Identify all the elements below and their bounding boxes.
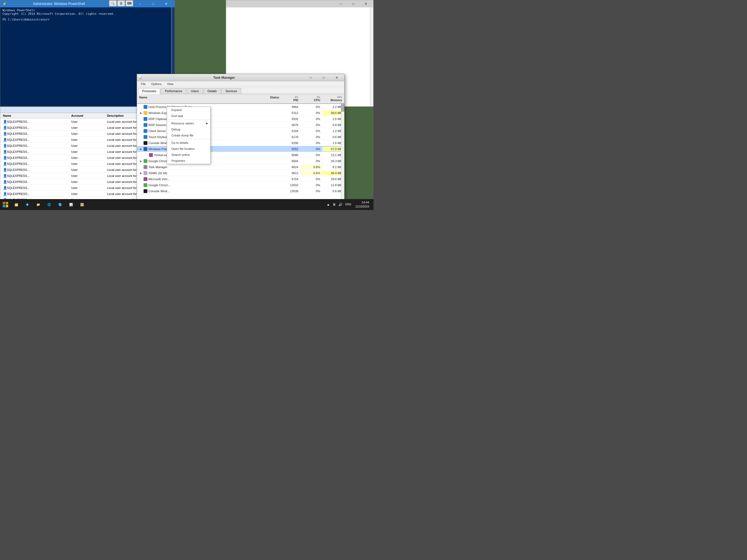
context-menu-item[interactable]: Resource values [167,120,210,126]
mmc-cell-account: User [70,132,106,136]
tm-cell-status [254,190,281,192]
bg-close[interactable]: ✕ [360,0,372,7]
tm-col-pid-label: PID [293,98,298,102]
tm-menu-file[interactable]: File [138,82,149,86]
mmc-cell-name: 👤 SQLEXPRESS... [1,137,70,142]
tm-menu-view[interactable]: View [164,82,176,86]
expand-btn[interactable]: ▶ [139,147,143,151]
mmc-cell-account: User [70,120,106,124]
tm-titlebar[interactable]: 📊 Task Manager ─ □ ✕ [137,74,344,81]
taskbar-photo-app[interactable]: 🖼️ [77,199,87,210]
taskbar-ie-app[interactable]: 🌎 [55,199,66,210]
tm-cell-cpu: 0% [301,135,323,139]
expand-btn[interactable]: ▶ [139,111,143,114]
tab-performance[interactable]: Performance [161,88,186,94]
tm-tabs: Processes Performance Users Details Serv… [137,87,344,94]
tm-maximize[interactable]: □ [317,74,330,81]
process-icon-console [144,141,147,145]
process-icon-blue-sq [144,123,147,127]
person-icon: 👤 [3,162,7,166]
tm-process-row[interactable]: Task Manager 8624 0.8% 8.2 MB [137,164,344,170]
ps-window-controls: 🔍 ☰ ⌨ ─ □ ✕ [109,0,173,7]
taskbar-file-explorer-pin[interactable]: 🗂️ [11,199,22,210]
mmc-cell-account: User [70,192,106,196]
tm-cell-name: ▶ SSMS (32 bit) [137,171,254,176]
tm-process-row[interactable]: Microsoft.VsH... 9724 0% 29.6 MB [137,176,344,182]
bg-scrollbar[interactable] [370,7,373,106]
tm-cell-cpu: 0% [301,189,323,193]
tab-processes[interactable]: Processes [138,88,160,94]
mmc-cell-account: User [70,150,106,154]
tm-header-row: Name Status 2% PID 2% CPU 29% Memory [137,94,344,104]
mmc-cell-name: 👤 SQLEXPRESS... [1,131,70,136]
start-button[interactable] [0,199,11,210]
taskbar-chrome-app[interactable]: 🌐 [44,199,55,210]
context-menu-item[interactable]: Expand [167,107,210,113]
tray-volume[interactable]: 🔊 [338,202,343,207]
tm-cell-cpu: 0% [301,183,323,187]
tab-users[interactable]: Users [187,88,203,94]
tm-col-pid[interactable]: 2% PID [281,95,301,102]
taskbar-powershell-pin[interactable]: 💠 [22,199,33,210]
ps-keyboard-btn[interactable]: ⌨ [126,0,133,6]
tm-menu-options[interactable]: Options [149,82,164,86]
process-icon-blue-sq [144,135,147,139]
tm-cell-pid: 5532 [281,117,301,121]
bg-maximize[interactable]: □ [347,0,360,7]
bg-minimize[interactable]: ─ [334,0,347,7]
ps-titlebar[interactable]: ⚡ Administrator: Windows PowerShell 🔍 ☰ … [0,0,175,7]
taskbar-taskman-app[interactable]: 📊 [66,199,77,210]
context-menu-item[interactable]: Open file location [167,146,210,152]
tm-cell-name: Google Chrom... [137,183,254,187]
mmc-cell-account: User [70,168,106,172]
tray-lang[interactable]: ENG [344,202,352,206]
tray-arrow[interactable]: ▲ [326,202,331,207]
context-menu-item[interactable]: End task [167,113,210,119]
tm-process-row[interactable]: Google Chrom... 13032 0% 12.8 MB [137,182,344,188]
tm-col-cpu[interactable]: 2% CPU [301,95,323,102]
tray-network[interactable]: 🖥 [332,202,337,207]
context-menu-item[interactable]: Debug [167,126,210,132]
ps-maximize-btn[interactable]: □ [147,0,159,7]
bg-titlebar[interactable]: ─ □ ✕ [226,0,373,7]
ps-menu-btn[interactable]: ☰ [117,0,125,6]
tm-title: Task Manager [144,76,304,80]
windows-logo [3,202,8,207]
tm-cell-name: Task Manager [137,164,254,170]
tm-close[interactable]: ✕ [331,74,343,81]
tm-cell-pid: 13032 [281,183,301,187]
tm-col-name[interactable]: Name [137,95,254,102]
tm-col-memory-label: Memory [331,98,342,102]
mmc-cell-name: 👤 SQLEXPRESS... [1,174,70,178]
ps-minimize-btn[interactable]: ─ [134,0,146,7]
context-menu-item[interactable]: Properties [167,158,210,164]
tm-scrollbar-thumb[interactable] [341,103,344,111]
tm-col-memory[interactable]: 29% Memory [323,95,344,102]
tm-cell-cpu: 0% [301,147,323,151]
context-menu-item[interactable]: Create dump file [167,132,210,138]
tm-process-row[interactable]: Console Wind... 13536 0% 0.6 MB [137,188,344,194]
mmc-cell-account: User [70,144,106,148]
tab-details[interactable]: Details [203,88,221,94]
taskbar-explorer-app[interactable]: 📁 [33,199,44,210]
tm-cell-pid: 9612 [281,171,301,175]
ps-search-btn[interactable]: 🔍 [109,0,117,6]
tm-minimize[interactable]: ─ [304,74,317,81]
expand-btn[interactable]: ▶ [139,172,143,175]
tm-process-row[interactable]: ▶ SSMS (32 bit) 9612 0.6% 46.4 MB [137,170,344,176]
person-icon: 👤 [3,174,7,178]
tm-cell-status [254,184,281,186]
tab-services[interactable]: Services [222,88,241,94]
taskbar-clock[interactable]: 14:44 21/10/2016 [353,200,371,208]
tm-mem-pct: 29% [337,96,342,98]
taskbar-apps: 🗂️ 💠 📁 🌐 🌎 📊 🖼️ [11,199,324,210]
context-menu-item[interactable]: Search online [167,152,210,158]
mmc-cell-account: User [70,180,106,184]
mmc-cell-name: 👤 SQLEXPRESS... [1,186,70,190]
tm-col-status[interactable]: Status [254,95,281,102]
context-menu-item[interactable]: Go to details [167,140,210,146]
mmc-cell-account: User [70,156,106,160]
expand-btn[interactable]: ▶ [139,159,143,163]
ps-close-btn[interactable]: ✕ [160,0,173,7]
tm-scrollbar[interactable] [341,103,344,202]
